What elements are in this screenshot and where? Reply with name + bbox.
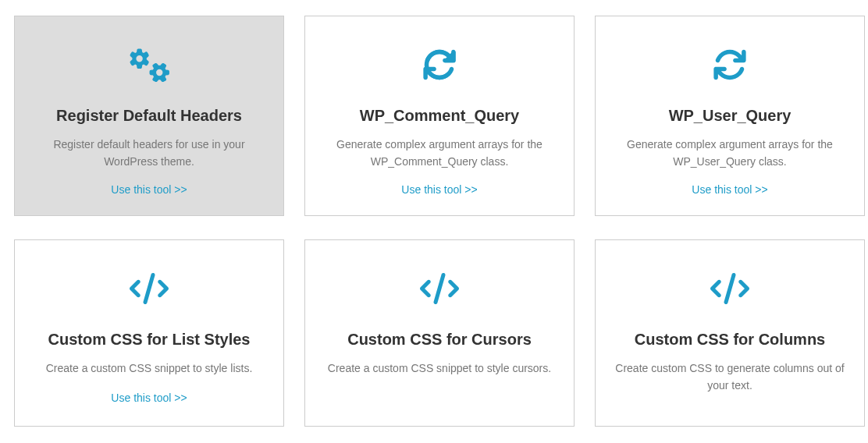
card-description: Register default headers for use in your…: [32, 136, 266, 170]
use-tool-link[interactable]: Use this tool >>: [111, 392, 187, 404]
tool-card-wp-user-query[interactable]: WP_User_Query Generate complex argument …: [595, 16, 865, 216]
tool-card-register-default-headers[interactable]: Register Default Headers Register defaul…: [14, 16, 284, 216]
card-description: Generate complex argument arrays for the…: [613, 136, 847, 170]
code-icon: [613, 264, 847, 314]
use-tool-link[interactable]: Use this tool >>: [401, 183, 477, 196]
tool-card-css-cursors[interactable]: Custom CSS for Cursors Create a custom C…: [304, 239, 575, 426]
card-title: Custom CSS for Columns: [613, 329, 847, 349]
card-title: Custom CSS for Cursors: [322, 329, 557, 349]
refresh-icon: [613, 40, 847, 90]
card-title: WP_User_Query: [613, 105, 847, 126]
card-title: Register Default Headers: [32, 105, 266, 126]
tool-cards-grid: Register Default Headers Register defaul…: [14, 16, 854, 427]
card-description: Create a custom CSS snippet to style cur…: [322, 360, 557, 377]
use-tool-link[interactable]: Use this tool >>: [692, 183, 767, 196]
code-icon: [32, 264, 266, 314]
card-title: WP_Comment_Query: [322, 105, 557, 126]
tool-card-css-columns[interactable]: Custom CSS for Columns Create custom CSS…: [595, 239, 865, 426]
tool-card-css-list-styles[interactable]: Custom CSS for List Styles Create a cust…: [14, 239, 284, 426]
tool-card-wp-comment-query[interactable]: WP_Comment_Query Generate complex argume…: [304, 16, 575, 216]
gears-icon: [32, 40, 266, 90]
refresh-icon: [322, 40, 557, 90]
card-description: Generate complex argument arrays for the…: [322, 136, 557, 170]
card-description: Create a custom CSS snippet to style lis…: [32, 360, 266, 377]
card-description: Create custom CSS to generate columns ou…: [613, 360, 847, 394]
use-tool-link[interactable]: Use this tool >>: [111, 183, 187, 196]
code-icon: [322, 264, 557, 314]
card-title: Custom CSS for List Styles: [32, 329, 266, 349]
